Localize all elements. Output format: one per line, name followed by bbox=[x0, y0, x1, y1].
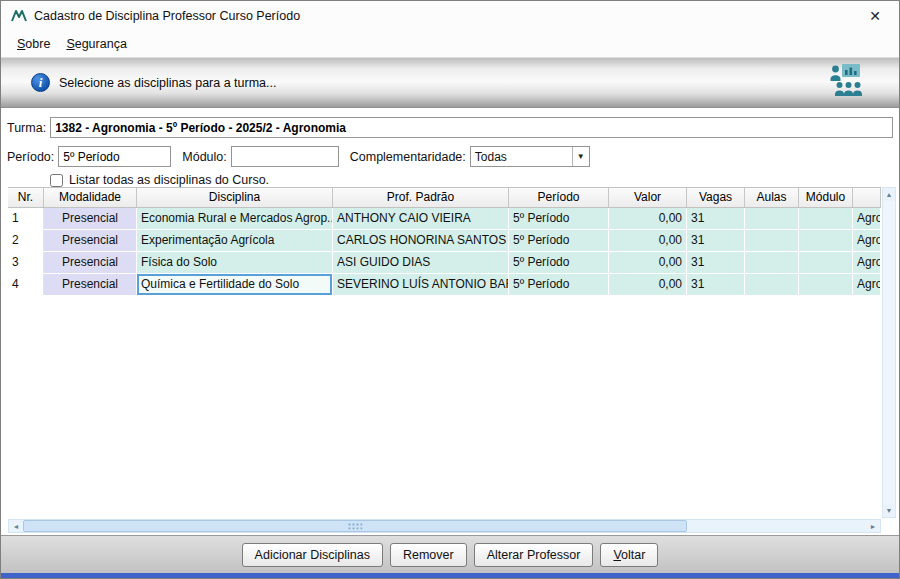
chevron-down-icon[interactable]: ▼ bbox=[572, 147, 589, 166]
adicionar-disciplinas-button[interactable]: Adicionar Disciplinas bbox=[242, 543, 383, 567]
listar-checkbox-label: Listar todas as disciplinas do Curso. bbox=[69, 173, 269, 187]
col-header-prof[interactable]: Prof. Padrão bbox=[333, 188, 509, 207]
cell-modulo[interactable] bbox=[799, 274, 853, 295]
col-header-disciplina[interactable]: Disciplina bbox=[137, 188, 333, 207]
cell-aulas[interactable] bbox=[745, 252, 799, 273]
menubar: Sobre Segurança bbox=[1, 31, 899, 58]
cell-prof[interactable]: ASI GUIDO DIAS bbox=[333, 252, 509, 273]
table-header-row: Nr. Modalidade Disciplina Prof. Padrão P… bbox=[8, 187, 881, 208]
scroll-grip-dots bbox=[348, 523, 363, 530]
cell-modalidade[interactable]: Presencial bbox=[44, 252, 137, 273]
col-header-valor[interactable]: Valor bbox=[609, 188, 687, 207]
info-icon: i bbox=[31, 73, 50, 92]
periodo-input[interactable] bbox=[58, 146, 171, 167]
menu-item-seguranca[interactable]: Segurança bbox=[58, 34, 134, 54]
cell-nr[interactable]: 1 bbox=[8, 208, 44, 229]
vertical-scroll-track[interactable] bbox=[883, 201, 895, 504]
table-grid: Nr. Modalidade Disciplina Prof. Padrão P… bbox=[8, 187, 881, 518]
class-presentation-icon bbox=[827, 63, 869, 102]
col-header-aulas[interactable]: Aulas bbox=[745, 188, 799, 207]
banner: i Selecione as disciplinas para a turma.… bbox=[1, 58, 899, 108]
cell-vagas[interactable]: 31 bbox=[687, 230, 745, 251]
alterar-professor-button[interactable]: Alterar Professor bbox=[474, 543, 594, 567]
cell-disciplina[interactable]: Experimentação Agrícola bbox=[137, 230, 333, 251]
selected-cell-disciplina[interactable]: Química e Fertilidade do Solo bbox=[137, 274, 333, 295]
cell-curso[interactable]: Agronomia bbox=[853, 274, 881, 295]
cell-vagas[interactable]: 31 bbox=[687, 252, 745, 273]
cell-valor[interactable]: 0,00 bbox=[609, 274, 687, 295]
cell-vagas[interactable]: 31 bbox=[687, 274, 745, 295]
col-header-curso[interactable] bbox=[853, 188, 881, 207]
cell-prof[interactable]: ANTHONY CAIO VIEIRA bbox=[333, 208, 509, 229]
cell-curso[interactable]: Agronomia bbox=[853, 230, 881, 251]
table-row[interactable]: 4 Presencial Química e Fertilidade do So… bbox=[8, 274, 881, 296]
cell-modalidade[interactable]: Presencial bbox=[44, 230, 137, 251]
turma-input[interactable] bbox=[50, 117, 893, 138]
listar-row: Listar todas as disciplinas do Curso. bbox=[50, 173, 893, 187]
button-bar: Adicionar Disciplinas Remover Alterar Pr… bbox=[1, 535, 899, 573]
cell-periodo[interactable]: 5º Período bbox=[509, 230, 609, 251]
scroll-up-icon[interactable]: ▲ bbox=[883, 188, 895, 201]
cell-periodo[interactable]: 5º Período bbox=[509, 252, 609, 273]
banner-message: Selecione as disciplinas para a turma... bbox=[59, 76, 276, 90]
modulo-input[interactable] bbox=[231, 146, 339, 167]
cell-periodo[interactable]: 5º Período bbox=[509, 274, 609, 295]
table-row[interactable]: 3 Presencial Física do Solo ASI GUIDO DI… bbox=[8, 252, 881, 274]
table-row[interactable]: 2 Presencial Experimentação Agrícola CAR… bbox=[8, 230, 881, 252]
menu-seguranca-mnemonic: S bbox=[66, 37, 74, 51]
col-header-modulo[interactable]: Módulo bbox=[799, 188, 853, 207]
cell-nr[interactable]: 3 bbox=[8, 252, 44, 273]
col-header-periodo[interactable]: Período bbox=[509, 188, 609, 207]
modulo-label: Módulo: bbox=[182, 150, 226, 164]
cell-curso[interactable]: Agronomia bbox=[853, 208, 881, 229]
cell-valor[interactable]: 0,00 bbox=[609, 230, 687, 251]
cell-valor[interactable]: 0,00 bbox=[609, 208, 687, 229]
turma-row: Turma: bbox=[7, 117, 893, 138]
col-header-modalidade[interactable]: Modalidade bbox=[44, 188, 137, 207]
complementaridade-select[interactable]: Todas ▼ bbox=[470, 146, 590, 167]
menu-sobre-label: obre bbox=[25, 37, 50, 51]
periodo-label: Período: bbox=[7, 150, 54, 164]
remover-button[interactable]: Remover bbox=[390, 543, 467, 567]
cell-prof[interactable]: CARLOS HONORINA SANTOS bbox=[333, 230, 509, 251]
col-header-vagas[interactable]: Vagas bbox=[687, 188, 745, 207]
window-title: Cadastro de Disciplina Professor Curso P… bbox=[34, 9, 300, 23]
horizontal-scrollbar[interactable]: ◄ ► bbox=[8, 519, 881, 533]
cell-valor[interactable]: 0,00 bbox=[609, 252, 687, 273]
cell-nr[interactable]: 2 bbox=[8, 230, 44, 251]
scroll-left-icon[interactable]: ◄ bbox=[9, 520, 23, 532]
cell-disciplina[interactable]: Física do Solo bbox=[137, 252, 333, 273]
window-bottom-edge bbox=[1, 573, 899, 578]
cell-vagas[interactable]: 31 bbox=[687, 208, 745, 229]
listar-checkbox[interactable] bbox=[50, 174, 63, 187]
vertical-scrollbar[interactable]: ▲ ▼ bbox=[882, 187, 896, 518]
horizontal-scroll-thumb[interactable] bbox=[23, 520, 687, 532]
cell-aulas[interactable] bbox=[745, 208, 799, 229]
cell-disciplina[interactable]: Economia Rural e Mercados Agrop... bbox=[137, 208, 333, 229]
content-area: Turma: Período: Módulo: Complementaridad… bbox=[1, 109, 899, 537]
voltar-label: oltar bbox=[621, 548, 645, 562]
complementaridade-label: Complementaridade: bbox=[350, 150, 466, 164]
cell-curso[interactable]: Agronomia bbox=[853, 252, 881, 273]
horizontal-scroll-track[interactable] bbox=[687, 520, 866, 532]
cell-aulas[interactable] bbox=[745, 274, 799, 295]
app-window: Cadastro de Disciplina Professor Curso P… bbox=[0, 0, 900, 579]
close-icon[interactable]: ✕ bbox=[861, 6, 889, 26]
cell-prof[interactable]: SEVERINO LUÍS ANTONIO BARB... bbox=[333, 274, 509, 295]
cell-aulas[interactable] bbox=[745, 230, 799, 251]
col-header-nr[interactable]: Nr. bbox=[8, 188, 44, 207]
scroll-right-icon[interactable]: ► bbox=[866, 520, 880, 532]
turma-label: Turma: bbox=[7, 121, 46, 135]
cell-periodo[interactable]: 5º Período bbox=[509, 208, 609, 229]
voltar-button[interactable]: Voltar bbox=[600, 543, 658, 567]
menu-item-sobre[interactable]: Sobre bbox=[9, 34, 58, 54]
cell-modulo[interactable] bbox=[799, 252, 853, 273]
scroll-down-icon[interactable]: ▼ bbox=[883, 504, 895, 517]
menu-seguranca-label: egurança bbox=[75, 37, 127, 51]
cell-nr[interactable]: 4 bbox=[8, 274, 44, 295]
cell-modalidade[interactable]: Presencial bbox=[44, 274, 137, 295]
cell-modulo[interactable] bbox=[799, 230, 853, 251]
cell-modulo[interactable] bbox=[799, 208, 853, 229]
table-row[interactable]: 1 Presencial Economia Rural e Mercados A… bbox=[8, 208, 881, 230]
cell-modalidade[interactable]: Presencial bbox=[44, 208, 137, 229]
